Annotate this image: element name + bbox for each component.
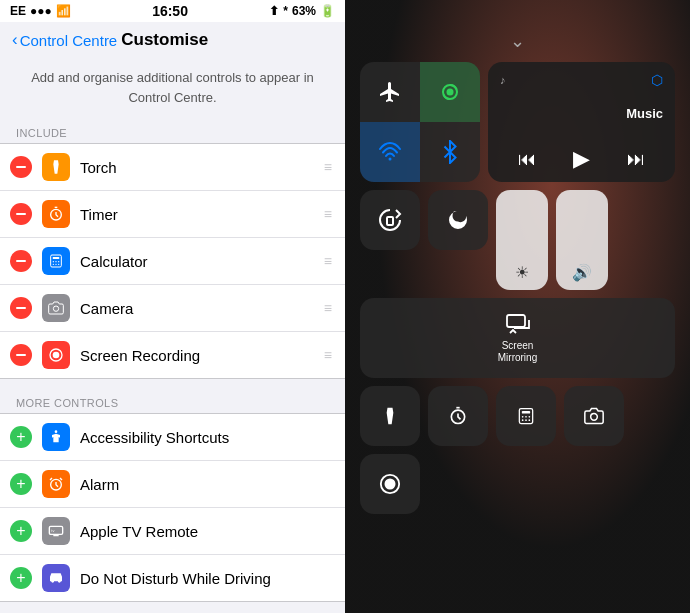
play-button[interactable]: ▶ <box>573 146 590 172</box>
svg-point-8 <box>58 264 59 265</box>
network-group[interactable] <box>360 62 480 182</box>
include-section-header: INCLUDE <box>0 121 345 143</box>
status-bar: EE ●●● 📶 16:50 ⬆ * 63% 🔋 <box>0 0 345 22</box>
music-label: Music <box>500 106 663 121</box>
timer-label: Timer <box>80 206 324 223</box>
appletv-label: Apple TV Remote <box>80 523 333 540</box>
timer-icon <box>42 200 70 228</box>
location-icon: ⬆ <box>269 4 279 18</box>
svg-point-5 <box>58 261 59 262</box>
svg-point-27 <box>525 416 527 418</box>
control-centre: ⌄ ♪ ⬡ <box>360 30 675 514</box>
list-item-dnd-driving: Do Not Disturb While Driving <box>0 555 345 601</box>
list-item-camera: Camera ≡ <box>0 285 345 332</box>
back-button[interactable]: ‹ Control Centre <box>12 30 117 50</box>
calculator-cc-button[interactable] <box>496 386 556 446</box>
wifi-status-icon: 📶 <box>56 4 71 18</box>
bluetooth-icon: * <box>283 4 288 18</box>
status-right: ⬆ * 63% 🔋 <box>269 4 335 18</box>
add-appletv-button[interactable] <box>10 520 32 542</box>
screen-recording-label: Screen Recording <box>80 347 324 364</box>
svg-rect-22 <box>507 315 525 327</box>
add-alarm-button[interactable] <box>10 473 32 495</box>
calculator-icon <box>42 247 70 275</box>
music-tile[interactable]: ♪ ⬡ Music ⏮ ▶ ⏭ <box>488 62 675 182</box>
cellular-button[interactable] <box>420 62 480 122</box>
torch-icon <box>42 153 70 181</box>
remove-screen-recording-button[interactable] <box>10 344 32 366</box>
accessibility-icon <box>42 423 70 451</box>
do-not-disturb-button[interactable] <box>428 190 488 250</box>
svg-point-6 <box>53 264 54 265</box>
svg-point-11 <box>53 352 60 359</box>
remove-timer-button[interactable] <box>10 203 32 225</box>
bluetooth-button[interactable] <box>420 122 480 182</box>
svg-point-31 <box>529 419 531 421</box>
dnd-driving-label: Do Not Disturb While Driving <box>80 570 333 587</box>
svg-point-20 <box>389 158 392 161</box>
remove-torch-button[interactable] <box>10 156 32 178</box>
volume-slider[interactable]: 🔊 <box>556 190 608 290</box>
svg-point-28 <box>529 416 531 418</box>
drag-handle-camera[interactable]: ≡ <box>324 300 333 316</box>
wifi-button[interactable] <box>360 122 420 182</box>
appletv-icon: tv <box>42 517 70 545</box>
cc-bottom-row <box>360 386 675 446</box>
svg-point-34 <box>385 479 394 488</box>
remove-camera-button[interactable] <box>10 297 32 319</box>
svg-point-32 <box>591 414 598 421</box>
list-item-accessibility: Accessibility Shortcuts <box>0 414 345 461</box>
list-item-alarm: Alarm <box>0 461 345 508</box>
calculator-label: Calculator <box>80 253 324 270</box>
camera-label: Camera <box>80 300 324 317</box>
description-text: Add and organise additional controls to … <box>0 56 345 121</box>
music-controls: ⏮ ▶ ⏭ <box>500 146 663 172</box>
drag-handle-screen-recording[interactable]: ≡ <box>324 347 333 363</box>
screen-mirroring-button[interactable]: ScreenMirroring <box>360 298 675 378</box>
drag-handle-calculator[interactable]: ≡ <box>324 253 333 269</box>
cc-top-row: ♪ ⬡ Music ⏮ ▶ ⏭ <box>360 62 675 182</box>
list-item-screen-recording: Screen Recording ≡ <box>0 332 345 378</box>
page-title: Customise <box>121 30 208 50</box>
brightness-slider[interactable]: ☀ <box>496 190 548 290</box>
camera-icon <box>42 294 70 322</box>
control-centre-panel: ⌄ ♪ ⬡ <box>345 0 690 613</box>
svg-rect-21 <box>387 217 393 225</box>
alarm-label: Alarm <box>80 476 333 493</box>
torch-label: Torch <box>80 159 324 176</box>
back-label: Control Centre <box>20 32 118 49</box>
svg-point-26 <box>522 416 524 418</box>
remove-calculator-button[interactable] <box>10 250 32 272</box>
list-item-timer: Timer ≡ <box>0 191 345 238</box>
svg-point-12 <box>55 430 58 433</box>
status-left: EE ●●● 📶 <box>10 4 71 18</box>
rotation-lock-button[interactable] <box>360 190 420 250</box>
add-accessibility-button[interactable] <box>10 426 32 448</box>
screen-record-cc-button[interactable] <box>360 454 420 514</box>
carrier-text: EE <box>10 4 26 18</box>
drag-handle-timer[interactable]: ≡ <box>324 206 333 222</box>
cc-second-row: ☀ 🔊 <box>360 190 675 290</box>
list-item-appletv: tv Apple TV Remote <box>0 508 345 555</box>
screen-mirroring-label: ScreenMirroring <box>498 340 537 364</box>
include-list: Torch ≡ Timer ≡ Calculator ≡ Camera <box>0 143 345 379</box>
torch-cc-button[interactable] <box>360 386 420 446</box>
drag-handle-torch[interactable]: ≡ <box>324 159 333 175</box>
svg-point-16 <box>51 580 54 583</box>
back-chevron-icon: ‹ <box>12 30 18 50</box>
signal-icon: ●●● <box>30 4 52 18</box>
svg-point-4 <box>55 261 56 262</box>
svg-point-17 <box>58 580 61 583</box>
accessibility-label: Accessibility Shortcuts <box>80 429 333 446</box>
rewind-button[interactable]: ⏮ <box>518 149 536 170</box>
airplane-mode-button[interactable] <box>360 62 420 122</box>
timer-cc-button[interactable] <box>428 386 488 446</box>
camera-cc-button[interactable] <box>564 386 624 446</box>
volume-icon: 🔊 <box>572 263 592 282</box>
fast-forward-button[interactable]: ⏭ <box>627 149 645 170</box>
svg-rect-25 <box>522 411 530 414</box>
list-item-torch: Torch ≡ <box>0 144 345 191</box>
settings-panel: EE ●●● 📶 16:50 ⬆ * 63% 🔋 ‹ Control Centr… <box>0 0 345 613</box>
cc-chevron-icon[interactable]: ⌄ <box>360 30 675 52</box>
add-dnd-driving-button[interactable] <box>10 567 32 589</box>
